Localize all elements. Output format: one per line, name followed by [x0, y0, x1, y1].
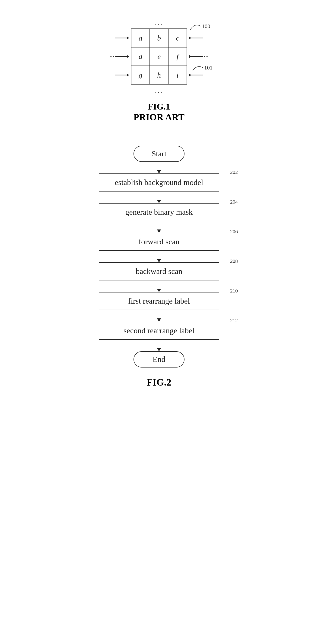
node-206-wrapper: forward scan 206: [99, 233, 219, 251]
svg-marker-5: [127, 74, 129, 77]
node-210: first rearrange label 210: [99, 292, 219, 310]
right-exit-arrow-3: [189, 72, 203, 78]
arrow-212-to-end: [159, 340, 159, 351]
node-202-wrapper: establish background model 202: [99, 174, 219, 192]
grid-row-2: d e f: [131, 47, 187, 66]
grid-container: ... ···: [109, 18, 209, 94]
node-210-box: first rearrange label: [99, 292, 219, 310]
node-202: establish background model 202: [99, 174, 219, 192]
cell-d: d: [131, 47, 150, 66]
arrow-202-to-204: [159, 192, 159, 203]
arrow-208-to-210: [159, 280, 159, 292]
dots-top: ...: [155, 18, 163, 27]
fig1-caption: FIG.1 PRIOR ART: [134, 102, 184, 122]
node-212-wrapper: second rearrange label 212: [99, 322, 219, 340]
node-208-box: backward scan: [99, 262, 219, 280]
node-202-box: establish background model: [99, 174, 219, 192]
start-box: Start: [134, 146, 184, 162]
right-exit-arrow-2: [189, 53, 203, 60]
start-node: Start: [134, 146, 184, 162]
fig2-section: Start establish background model 202 gen…: [99, 146, 219, 388]
right-dots: ···: [204, 53, 209, 60]
svg-marker-1: [127, 36, 129, 40]
node-202-label: 202: [230, 169, 238, 175]
page: ... ···: [55, 9, 263, 388]
node-204-wrapper: generate binary mask 204: [99, 203, 219, 221]
arrow-206-to-208: [159, 251, 159, 262]
arrow-210-to-212: [159, 310, 159, 322]
cell-e: e: [150, 47, 168, 66]
grid-with-arrows: ···: [109, 28, 209, 84]
node-204-box: generate binary mask: [99, 203, 219, 221]
cell-a: a: [131, 29, 150, 47]
fig1-number: FIG.1: [134, 102, 184, 112]
left-dots: ···: [109, 53, 114, 60]
ref100-curve-icon: [188, 22, 202, 31]
right-arrow-row-1: [189, 29, 203, 47]
right-arrow-icon: [115, 34, 129, 42]
fig1-title: PRIOR ART: [134, 112, 184, 122]
cell-b: b: [150, 29, 168, 47]
node-210-label: 210: [230, 288, 238, 294]
node-212-label: 212: [230, 318, 238, 324]
left-arrows: ···: [109, 29, 129, 84]
cell-f: f: [168, 47, 187, 66]
cell-i: i: [168, 66, 187, 84]
arrow-204-to-206: [159, 221, 159, 233]
node-212-box: second rearrange label: [99, 322, 219, 340]
right-arrows: ···: [189, 29, 209, 84]
grid-row-3: g h i: [131, 66, 187, 84]
right-arrow-icon-3: [115, 72, 129, 78]
ref101-text: 101: [204, 64, 212, 71]
node-208: backward scan 208: [99, 262, 219, 280]
ref100-text: 100: [202, 23, 210, 30]
cell-g: g: [131, 66, 150, 84]
left-arrow-row-2: ···: [109, 47, 129, 66]
grid-row-1: a b c: [131, 29, 187, 47]
svg-marker-3: [127, 55, 129, 58]
ref101-curve-icon: [191, 64, 204, 72]
node-206-label: 206: [230, 228, 238, 234]
node-208-label: 208: [230, 258, 238, 264]
ref101-label: 101: [191, 64, 212, 72]
left-arrow-row-1: [115, 29, 129, 47]
node-212: second rearrange label 212: [99, 322, 219, 340]
node-208-wrapper: backward scan 208: [99, 262, 219, 280]
right-exit-arrow-1: [189, 34, 203, 42]
svg-marker-11: [189, 74, 191, 77]
arrow-start-to-202: [159, 162, 159, 174]
cell-c: c: [168, 29, 187, 47]
fig1-section: ... ···: [109, 18, 209, 122]
dots-bottom: ...: [155, 86, 163, 94]
fig2-caption: FIG.2: [147, 377, 171, 388]
node-204-label: 204: [230, 199, 238, 205]
left-arrow-row-3: [115, 66, 129, 84]
node-204: generate binary mask 204: [99, 203, 219, 221]
right-arrow-row-2: ···: [189, 47, 209, 66]
grid-wrapper: 100 a b c d e f: [131, 28, 187, 84]
grid-table: a b c d e f g h i: [131, 28, 187, 84]
node-206: forward scan 206: [99, 233, 219, 251]
svg-marker-7: [189, 36, 191, 40]
right-arrow-icon-2: [115, 53, 129, 60]
ref100-label: 100: [188, 22, 210, 31]
node-206-box: forward scan: [99, 233, 219, 251]
end-box: End: [134, 351, 184, 368]
end-node: End: [134, 351, 184, 368]
svg-marker-9: [189, 55, 191, 58]
node-210-wrapper: first rearrange label 210: [99, 292, 219, 310]
cell-h: h: [150, 66, 168, 84]
